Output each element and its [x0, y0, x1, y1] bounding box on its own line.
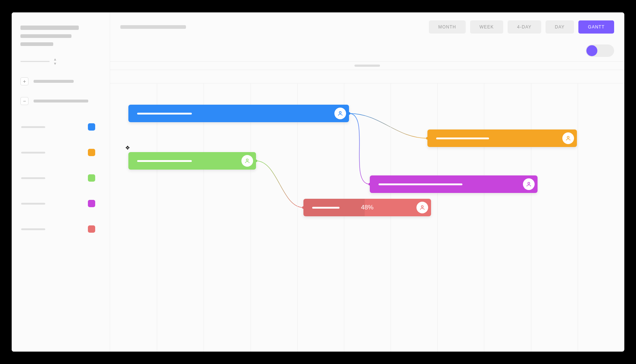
grid-line — [297, 84, 298, 352]
task-5[interactable]: 48% — [303, 199, 431, 216]
grid-line — [437, 84, 438, 352]
legend-item-4[interactable] — [20, 225, 101, 233]
svg-point-6 — [339, 112, 341, 113]
grid-line — [578, 84, 578, 352]
tree-item-add[interactable]: + — [20, 77, 101, 85]
timeline-header — [110, 61, 624, 70]
task-4[interactable] — [370, 175, 538, 193]
timeline-label — [354, 65, 380, 67]
grid-line — [484, 84, 484, 352]
assignee-avatar[interactable] — [523, 178, 535, 190]
view-btn-gantt[interactable]: GANTT — [578, 20, 614, 34]
view-btn-day[interactable]: DAY — [546, 20, 574, 34]
app-frame: ▴▾ + − MONTHWEEK4-DAYDAYGANTT — [12, 12, 624, 352]
grid-line — [157, 84, 157, 352]
toggle-knob — [586, 45, 597, 56]
app-subtitle-placeholder-2 — [20, 42, 53, 46]
legend-item-1[interactable] — [20, 149, 101, 156]
toggle-row — [110, 42, 624, 61]
plus-icon[interactable]: + — [20, 77, 28, 85]
legend-label — [21, 177, 45, 179]
minus-icon[interactable]: − — [20, 97, 28, 105]
app-title-placeholder — [20, 26, 79, 30]
assignee-avatar[interactable] — [241, 155, 253, 167]
task-2[interactable] — [427, 129, 577, 147]
view-btn-month[interactable]: MONTH — [429, 20, 466, 34]
project-selector[interactable]: ▴▾ — [20, 57, 101, 66]
task-label — [312, 207, 340, 209]
legend-label — [21, 152, 45, 154]
header: MONTHWEEK4-DAYDAYGANTT — [110, 12, 624, 42]
assignee-avatar[interactable] — [334, 108, 346, 119]
legend-label — [21, 228, 45, 230]
legend-label — [21, 203, 45, 205]
grid-line — [251, 84, 251, 352]
sidebar: ▴▾ + − — [12, 12, 110, 352]
svg-point-9 — [528, 182, 530, 184]
legend-swatch — [88, 149, 95, 156]
legend-item-3[interactable] — [20, 200, 101, 207]
svg-point-10 — [421, 206, 423, 208]
task-1[interactable] — [128, 105, 349, 122]
progress-text: 48% — [361, 204, 373, 211]
grid-line — [531, 84, 531, 352]
gantt-chart[interactable]: ✥ 48% — [110, 83, 624, 352]
app-subtitle-placeholder — [20, 34, 71, 38]
grid-line — [203, 84, 204, 352]
task-3[interactable]: ✥ — [128, 152, 256, 170]
grid-line — [391, 84, 391, 352]
legend-swatch — [88, 200, 95, 207]
legend-label — [21, 126, 45, 128]
legend-item-2[interactable] — [20, 174, 101, 182]
assignee-avatar[interactable] — [562, 132, 574, 144]
view-btn-week[interactable]: WEEK — [470, 20, 503, 34]
selector-label — [20, 61, 50, 62]
page-title-placeholder — [120, 25, 186, 29]
main-area: MONTHWEEK4-DAYDAYGANTT — [110, 12, 624, 352]
move-icon[interactable]: ✥ — [125, 145, 130, 151]
view-toggle[interactable] — [586, 44, 614, 57]
task-label — [137, 113, 192, 115]
legend-item-0[interactable] — [20, 123, 101, 131]
view-switcher: MONTHWEEK4-DAYDAYGANTT — [429, 20, 614, 34]
svg-point-8 — [246, 159, 248, 161]
view-btn-4-day[interactable]: 4-DAY — [508, 20, 541, 34]
task-label — [436, 138, 489, 139]
legend-swatch — [88, 174, 95, 182]
tree-item-collapse[interactable]: − — [20, 97, 101, 105]
legend-swatch — [88, 225, 95, 233]
tree-label — [34, 80, 74, 83]
task-label — [137, 160, 192, 162]
assignee-avatar[interactable] — [416, 202, 428, 213]
task-label — [379, 183, 462, 185]
svg-point-7 — [567, 136, 569, 138]
sort-arrows-icon: ▴▾ — [54, 57, 56, 66]
grid-line — [344, 84, 344, 352]
tree-label — [34, 100, 88, 102]
legend-swatch — [88, 123, 95, 131]
